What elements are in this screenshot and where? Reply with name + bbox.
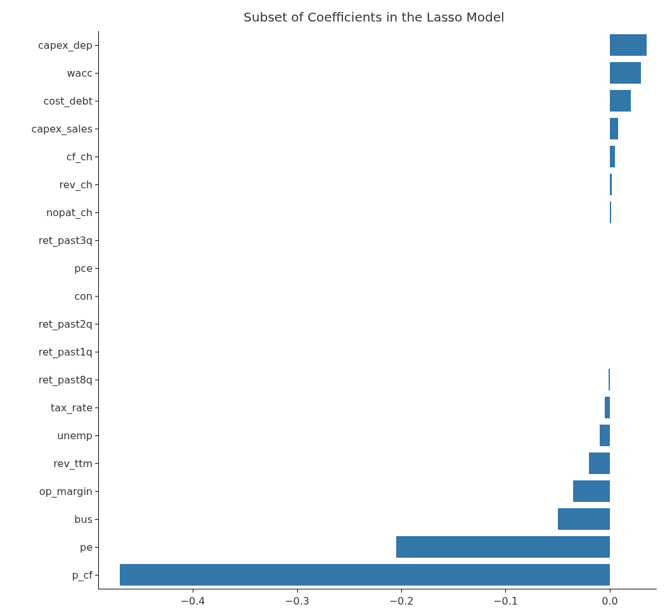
y-axis-label: ret_past8q xyxy=(39,374,99,386)
x-axis-label: −0.1 xyxy=(493,589,518,607)
bar xyxy=(610,90,631,112)
y-axis-label: bus xyxy=(74,513,99,525)
y-axis-label: nopat_ch xyxy=(46,207,99,219)
y-axis-label: p_cf xyxy=(72,569,99,581)
y-axis-label: capex_sales xyxy=(31,123,99,135)
x-axis-label: −0.4 xyxy=(181,589,205,607)
bar xyxy=(396,536,610,558)
x-axis-label: 0.0 xyxy=(602,589,617,607)
y-axis-label: op_margin xyxy=(39,485,99,497)
bar xyxy=(558,508,610,530)
y-axis-label: rev_ttm xyxy=(53,458,99,470)
bar xyxy=(600,425,610,446)
bar xyxy=(573,480,610,502)
y-axis-label: capex_dep xyxy=(38,39,99,51)
y-axis-label: rev_ch xyxy=(60,179,99,191)
plot-area: capex_depwacccost_debtcapex_salescf_chre… xyxy=(98,31,657,589)
x-axis-label: −0.3 xyxy=(285,589,309,607)
y-axis-label: pce xyxy=(74,262,99,274)
bar xyxy=(610,118,618,139)
bar xyxy=(609,369,610,390)
y-axis-label: cost_debt xyxy=(43,95,99,107)
bar xyxy=(610,34,647,56)
y-axis-label: ret_past3q xyxy=(39,234,99,247)
x-axis-label: −0.2 xyxy=(389,589,414,607)
y-axis-label: tax_rate xyxy=(51,402,99,414)
y-axis-label: ret_past2q xyxy=(39,318,99,330)
bar xyxy=(605,397,610,418)
y-axis-label: ret_past1q xyxy=(39,346,99,358)
y-axis-label: wacc xyxy=(67,67,99,79)
y-axis-label: unemp xyxy=(57,430,99,442)
y-axis-label: cf_ch xyxy=(67,151,99,163)
bar xyxy=(610,202,611,223)
y-axis-label: con xyxy=(74,290,99,302)
chart-title: Subset of Coefficients in the Lasso Mode… xyxy=(86,10,662,25)
bar xyxy=(610,146,615,167)
bar xyxy=(610,174,612,195)
bar xyxy=(120,564,610,586)
chart-container: Subset of Coefficients in the Lasso Mode… xyxy=(10,10,662,606)
bar xyxy=(589,452,610,474)
y-axis-label: pe xyxy=(80,541,99,553)
bar xyxy=(610,62,641,84)
